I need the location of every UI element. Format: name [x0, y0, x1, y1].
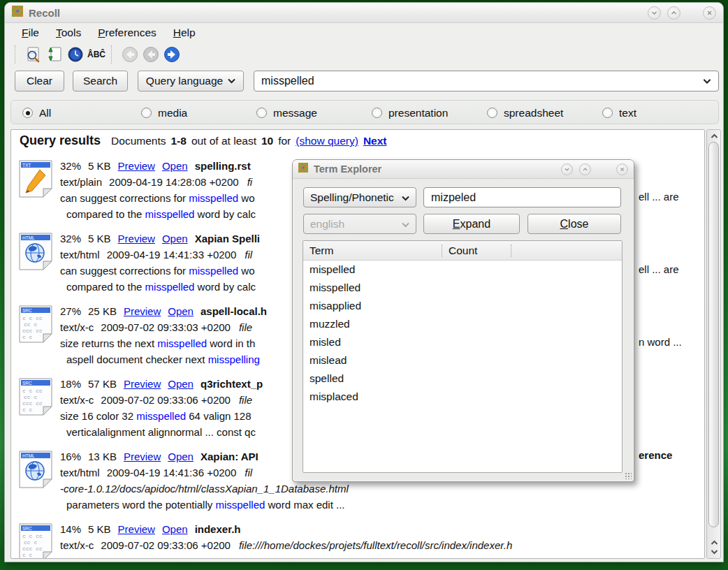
radio-icon[interactable]	[22, 108, 33, 118]
menu-help[interactable]: Help	[173, 27, 196, 39]
result-mime: text/plain	[60, 176, 102, 188]
term-column-header[interactable]: Term	[303, 244, 442, 257]
result-meta-line: 18%57 KBPreviewOpenq3richtext_p	[60, 376, 263, 392]
radio-icon[interactable]	[141, 108, 152, 118]
preview-link[interactable]: Preview	[124, 451, 161, 462]
term-row[interactable]: muzzled	[303, 315, 622, 333]
next-page-link[interactable]: Next	[363, 135, 387, 147]
term-table: Term Count mispelledmisspelledmisapplied…	[303, 240, 623, 473]
scroll-up-icon[interactable]	[709, 132, 719, 140]
preview-link[interactable]: Preview	[118, 523, 155, 535]
term-table-header[interactable]: Term Count	[303, 241, 622, 261]
svg-text:cc c: cc c	[24, 321, 37, 328]
filter-radio-all[interactable]: All	[22, 101, 51, 125]
open-link[interactable]: Open	[162, 523, 188, 535]
maximize-button[interactable]	[667, 6, 680, 20]
language-dropdown[interactable]: english	[303, 214, 416, 234]
sort-parameters-button[interactable]	[44, 44, 65, 65]
menu-file[interactable]: File	[22, 27, 39, 39]
filter-radio-media[interactable]: media	[141, 101, 187, 125]
close-button[interactable]	[616, 163, 628, 175]
svg-text:SRC: SRC	[22, 308, 32, 313]
result-date: 2009-07-02 09:33:06 +0200	[101, 539, 231, 551]
toolbar-handle[interactable]	[15, 45, 17, 64]
term-explorer-button[interactable]: ÂBĈ	[86, 44, 107, 65]
term-row[interactable]: misled	[303, 333, 622, 351]
query-language-dropdown[interactable]: Query language	[138, 71, 244, 92]
term-row[interactable]: misapplied	[303, 297, 622, 315]
filter-radio-message[interactable]: message	[256, 101, 317, 125]
term-row[interactable]: spelled	[303, 370, 622, 388]
search-button[interactable]: Search	[73, 71, 128, 92]
search-query-input[interactable]: misspelled	[254, 71, 719, 92]
open-link[interactable]: Open	[162, 233, 188, 244]
highlighted-term: misspelled	[145, 281, 195, 293]
close-button[interactable]	[703, 6, 716, 20]
filter-radio-presentation[interactable]: presentation	[372, 101, 448, 125]
open-link[interactable]: Open	[168, 451, 194, 462]
result-size: 5 KB	[88, 523, 111, 535]
snippet-text: parameters word the potentially	[66, 499, 215, 511]
filter-radio-text[interactable]: text	[602, 101, 636, 125]
term-row[interactable]: mispelled	[303, 261, 622, 279]
snippet-text: word max edit ...	[265, 499, 344, 511]
search-query-value: misspelled	[261, 75, 314, 87]
first-page-button[interactable]	[119, 44, 140, 65]
scrollbar-thumb[interactable]	[708, 142, 719, 527]
term-row[interactable]: misspelled	[303, 279, 622, 297]
previous-page-icon	[142, 45, 160, 64]
radio-icon[interactable]	[256, 108, 267, 118]
preview-link[interactable]: Preview	[124, 305, 161, 317]
menu-preferences[interactable]: Preferences	[98, 27, 156, 39]
minimize-button[interactable]	[561, 163, 573, 175]
filter-radio-spreadsheet[interactable]: spreadsheet	[487, 101, 563, 125]
term-cell: mislead	[303, 354, 442, 367]
result-text-fragment: erence	[639, 449, 672, 461]
open-link[interactable]: Open	[168, 378, 194, 390]
advanced-search-button[interactable]	[23, 44, 44, 65]
next-page-icon	[163, 45, 181, 64]
svg-text:c c cc: c c cc	[22, 315, 43, 321]
term-row[interactable]: misplaced	[303, 388, 622, 406]
radio-icon[interactable]	[372, 108, 382, 118]
maximize-button[interactable]	[579, 163, 591, 175]
expand-button[interactable]: Expand	[423, 214, 520, 234]
expansion-mode-dropdown[interactable]: Spelling/Phonetic	[303, 187, 416, 207]
toolbar-handle[interactable]	[111, 45, 114, 64]
open-link[interactable]: Open	[162, 160, 188, 172]
scroll-down-icon[interactable]	[709, 548, 719, 556]
svg-text:ccc cc: ccc cc	[22, 546, 43, 552]
svg-text:ccc cc: ccc cc	[22, 400, 43, 407]
file-type-icon: SRCc c cccc cccc ccc c	[18, 305, 53, 344]
document-history-button[interactable]	[65, 44, 86, 65]
next-page-button[interactable]	[161, 44, 182, 65]
open-link[interactable]: Open	[168, 305, 194, 317]
chevron-down-icon[interactable]	[703, 75, 711, 87]
result-relevance: 27%	[60, 305, 81, 317]
scroll-up-icon[interactable]	[709, 539, 719, 547]
result-date: 2009-07-02 09:33:06 +0200	[101, 394, 231, 406]
term-input[interactable]: mizpeled	[423, 187, 621, 207]
minimize-button[interactable]	[648, 6, 661, 20]
snippet-text: size returns the next	[60, 337, 157, 349]
resize-grip[interactable]	[625, 472, 632, 479]
term-row[interactable]: mislead	[303, 351, 622, 370]
count-column-header[interactable]: Count	[442, 244, 511, 257]
radio-icon[interactable]	[487, 108, 497, 118]
result-mime: text/x-c	[60, 394, 94, 406]
preview-link[interactable]: Preview	[124, 378, 161, 390]
filter-label: All	[39, 107, 51, 119]
svg-text:SRC: SRC	[22, 526, 32, 531]
results-range: 1-8	[170, 135, 186, 147]
radio-icon[interactable]	[602, 108, 613, 118]
preview-link[interactable]: Preview	[118, 160, 155, 172]
preview-link[interactable]: Preview	[118, 233, 155, 244]
close-dialog-button[interactable]: Close	[527, 214, 621, 234]
results-total: 10	[261, 135, 273, 147]
clear-button[interactable]: Clear	[15, 71, 64, 92]
snippet-text: 64 valign 128	[186, 410, 251, 422]
show-query-link[interactable]: (show query)	[296, 135, 358, 147]
menu-tools[interactable]: Tools	[56, 27, 81, 39]
previous-page-button[interactable]	[140, 44, 161, 65]
snippet-text: wo	[238, 192, 254, 204]
